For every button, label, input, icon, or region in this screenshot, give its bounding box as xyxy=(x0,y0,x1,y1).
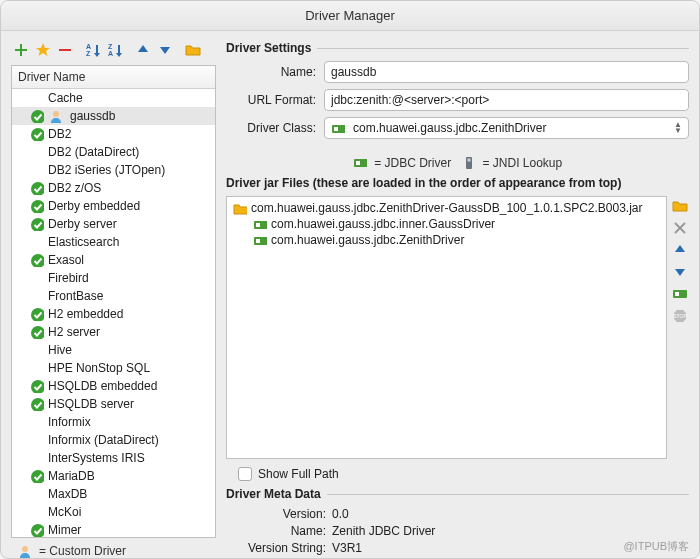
jar-stop-button[interactable] xyxy=(672,308,688,324)
meta-vstring-label: Version String: xyxy=(226,541,326,555)
custom-driver-legend-text: = Custom Driver xyxy=(39,544,126,558)
driver-row[interactable]: DB2 z/OS xyxy=(12,179,215,197)
window-title: Driver Manager xyxy=(1,1,699,31)
driver-name-label: Cache xyxy=(48,91,83,105)
name-row: Name: xyxy=(226,61,689,83)
driver-name-label: McKoi xyxy=(48,505,81,519)
driver-row[interactable]: Mimer xyxy=(12,521,215,537)
driver-name-label: Exasol xyxy=(48,253,84,267)
class-label: Driver Class: xyxy=(226,121,316,135)
driver-name-label: HSQLDB server xyxy=(48,397,134,411)
driver-class-combo[interactable]: com.huawei.gauss.jdbc.ZenithDriver ▲▼ xyxy=(324,117,689,139)
driver-row[interactable]: HSQLDB embedded xyxy=(12,377,215,395)
jar-remove-button[interactable] xyxy=(672,220,688,236)
check-icon xyxy=(30,325,44,340)
custom-driver-legend: = Custom Driver xyxy=(11,538,216,558)
driver-name-label: DB2 (DataDirect) xyxy=(48,145,139,159)
driver-row[interactable]: FrontBase xyxy=(12,287,215,305)
url-input[interactable] xyxy=(324,89,689,111)
check-icon xyxy=(30,199,44,214)
favorite-button[interactable] xyxy=(33,41,53,59)
folder-icon xyxy=(233,201,247,215)
show-full-path-label: Show Full Path xyxy=(258,467,339,481)
driver-name-label: Informix xyxy=(48,415,91,429)
add-button[interactable] xyxy=(11,41,31,59)
driver-row[interactable]: H2 embedded xyxy=(12,305,215,323)
jar-file-list[interactable]: com.huawei.gauss.jdbc.ZenithDriver-Gauss… xyxy=(226,196,667,459)
driver-manager-window: Driver Manager Driver Name CachegaussdbD… xyxy=(0,0,700,559)
driver-list-header[interactable]: Driver Name xyxy=(12,66,215,89)
sort-za-button[interactable] xyxy=(105,41,125,59)
driver-name-label: gaussdb xyxy=(70,109,115,123)
jar-file-row[interactable]: com.huawei.gauss.jdbc.ZenithDriver-Gauss… xyxy=(231,200,662,216)
right-panel: Driver Settings Name: URL Format: Driver… xyxy=(226,39,689,558)
driver-settings-title: Driver Settings xyxy=(226,41,689,55)
driver-row[interactable]: Informix (DataDirect) xyxy=(12,431,215,449)
driver-settings-title-text: Driver Settings xyxy=(226,41,311,55)
jar-entry-text: com.huawei.gauss.jdbc.inner.GaussDriver xyxy=(271,217,495,231)
driver-row[interactable]: H2 server xyxy=(12,323,215,341)
driver-list-body[interactable]: CachegaussdbDB2DB2 (DataDirect)DB2 iSeri… xyxy=(12,89,215,537)
sort-az-button[interactable] xyxy=(83,41,103,59)
jar-files-title: Driver jar Files (these are loaded in th… xyxy=(226,176,689,190)
check-icon xyxy=(30,469,44,484)
person-icon xyxy=(17,544,31,558)
driver-row[interactable]: HSQLDB server xyxy=(12,395,215,413)
driver-name-label: HPE NonStop SQL xyxy=(48,361,150,375)
meta-version-value: 0.0 xyxy=(332,507,349,521)
driver-row[interactable]: McKoi xyxy=(12,503,215,521)
driver-row[interactable]: DB2 (DataDirect) xyxy=(12,143,215,161)
jar-down-button[interactable] xyxy=(672,264,688,280)
jdbc-icon xyxy=(253,217,267,231)
jar-up-button[interactable] xyxy=(672,242,688,258)
person-icon xyxy=(48,109,66,124)
driver-row[interactable]: Elasticsearch xyxy=(12,233,215,251)
driver-name-label: Mimer xyxy=(48,523,81,537)
check-icon xyxy=(30,181,44,196)
check-icon xyxy=(30,379,44,394)
jar-jdbc-button[interactable] xyxy=(672,286,688,302)
jar-entry-text: com.huawei.gauss.jdbc.ZenithDriver xyxy=(271,233,464,247)
driver-name-label: DB2 xyxy=(48,127,71,141)
move-down-button[interactable] xyxy=(155,41,175,59)
url-row: URL Format: xyxy=(226,89,689,111)
driver-class-row[interactable]: com.huawei.gauss.jdbc.inner.GaussDriver xyxy=(231,216,662,232)
driver-row[interactable]: Exasol xyxy=(12,251,215,269)
meta-version-row: Version: 0.0 xyxy=(226,507,689,521)
jar-open-button[interactable] xyxy=(672,198,688,214)
jdbc-legend-text: = JDBC Driver xyxy=(374,156,451,170)
driver-class-row[interactable]: com.huawei.gauss.jdbc.ZenithDriver xyxy=(231,232,662,248)
driver-row[interactable]: InterSystems IRIS xyxy=(12,449,215,467)
meta-title: Driver Meta Data xyxy=(226,487,689,501)
class-row: Driver Class: com.huawei.gauss.jdbc.Zeni… xyxy=(226,117,689,139)
combo-stepper-icon: ▲▼ xyxy=(672,122,684,134)
driver-row[interactable]: MaxDB xyxy=(12,485,215,503)
check-icon xyxy=(30,109,44,124)
check-icon xyxy=(30,127,44,142)
driver-name-label: Hive xyxy=(48,343,72,357)
name-input[interactable] xyxy=(324,61,689,83)
driver-row[interactable]: DB2 xyxy=(12,125,215,143)
folder-button[interactable] xyxy=(183,41,203,59)
driver-row[interactable]: DB2 iSeries (JTOpen) xyxy=(12,161,215,179)
driver-row[interactable]: Cache xyxy=(12,89,215,107)
check-icon xyxy=(30,523,44,538)
driver-name-label: H2 server xyxy=(48,325,100,339)
driver-row[interactable]: HPE NonStop SQL xyxy=(12,359,215,377)
move-up-button[interactable] xyxy=(133,41,153,59)
driver-row[interactable]: Derby embedded xyxy=(12,197,215,215)
driver-row[interactable]: Derby server xyxy=(12,215,215,233)
show-full-path-checkbox[interactable] xyxy=(238,467,252,481)
driver-row[interactable]: Informix xyxy=(12,413,215,431)
driver-row[interactable]: MariaDB xyxy=(12,467,215,485)
driver-row[interactable]: gaussdb xyxy=(12,107,215,125)
driver-name-label: DB2 iSeries (JTOpen) xyxy=(48,163,165,177)
driver-row[interactable]: Firebird xyxy=(12,269,215,287)
meta-name-label: Name: xyxy=(226,524,326,538)
remove-button[interactable] xyxy=(55,41,75,59)
driver-type-legend: = JDBC Driver = JNDI Lookup xyxy=(226,155,689,170)
driver-name-label: HSQLDB embedded xyxy=(48,379,157,393)
driver-name-label: Firebird xyxy=(48,271,89,285)
driver-row[interactable]: Hive xyxy=(12,341,215,359)
driver-name-label: MariaDB xyxy=(48,469,95,483)
